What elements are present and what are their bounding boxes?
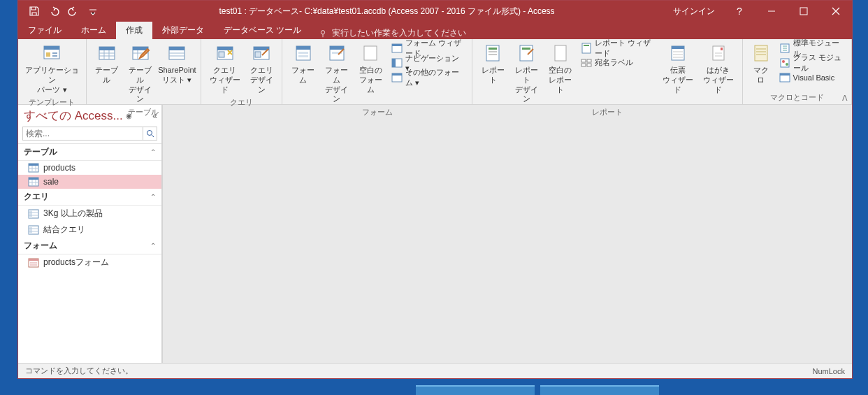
query-object-icon <box>28 209 39 219</box>
group-templates-label: テンプレート <box>22 96 82 109</box>
statusbar: コマンドを入力してください。 NumLock <box>18 363 852 378</box>
form-label: フォーム <box>289 66 316 85</box>
window-controls: サインイン ? <box>665 1 852 22</box>
svg-rect-4 <box>46 52 50 57</box>
nav-item-products[interactable]: products <box>18 161 161 175</box>
svg-rect-35 <box>489 51 497 52</box>
svg-rect-15 <box>219 52 224 57</box>
tab-file[interactable]: ファイル <box>18 22 71 39</box>
hagaki-wizard-button[interactable]: はがき ウィザード <box>699 41 738 96</box>
svg-rect-14 <box>217 47 233 50</box>
svg-rect-45 <box>587 64 591 66</box>
std-module-icon <box>779 43 790 54</box>
nav-item-sale[interactable]: sale <box>18 175 161 189</box>
save-button[interactable] <box>25 2 43 20</box>
form-object-icon <box>28 258 39 268</box>
macro-icon <box>750 42 772 64</box>
labels-icon <box>581 57 592 69</box>
svg-rect-34 <box>489 48 497 50</box>
report-design-icon <box>515 42 537 64</box>
chevron-up-icon: ⌃ <box>150 193 156 201</box>
nav-item-f1[interactable]: productsフォーム <box>18 254 161 271</box>
quick-access-toolbar <box>18 2 109 20</box>
svg-rect-39 <box>555 45 566 61</box>
application-parts-button[interactable]: アプリケーション パーツ ▾ <box>22 41 82 96</box>
minimize-button[interactable] <box>755 1 788 22</box>
qat-customize-button[interactable] <box>84 2 102 20</box>
tab-home[interactable]: ホーム <box>71 22 116 39</box>
nav-category-queries[interactable]: クエリ⌃ <box>18 189 161 206</box>
svg-rect-68 <box>30 262 37 264</box>
nav-item-label: 結合クエリ <box>43 224 85 236</box>
class-module-button[interactable]: クラス モジュール <box>776 55 847 70</box>
visual-basic-button[interactable]: Visual Basic <box>776 70 847 85</box>
redo-button[interactable] <box>64 2 82 20</box>
group-macros: マクロ 標準モジュール クラス モジュール Visual Basic マクロとコ… <box>743 39 852 104</box>
ribbon-collapse-button[interactable]: ᐱ <box>842 94 848 103</box>
sharepoint-lists-button[interactable]: SharePoint リスト ▾ <box>158 41 196 87</box>
table-design-button[interactable]: テーブル デザイン <box>124 41 157 106</box>
group-templates: アプリケーション パーツ ▾ テンプレート <box>18 39 87 104</box>
labels-label: 宛名ラベル <box>595 57 633 68</box>
svg-rect-21 <box>298 52 308 54</box>
tab-database-tools[interactable]: データベース ツール <box>214 22 311 39</box>
svg-point-54 <box>786 63 788 66</box>
svg-rect-18 <box>255 52 261 57</box>
svg-rect-8 <box>99 47 115 50</box>
search-icon[interactable] <box>143 127 157 141</box>
svg-rect-52 <box>781 59 789 67</box>
nav-category-tables[interactable]: テーブル⌃ <box>18 144 161 161</box>
nav-item-q1[interactable]: 3Kg 以上の製品 <box>18 206 161 222</box>
query-design-button[interactable]: クエリ デザイン <box>245 41 277 96</box>
titlebar: test01 : データベース- C:¥data¥test01.accdb (A… <box>18 1 852 22</box>
form-button[interactable]: フォーム <box>287 41 319 87</box>
nav-category-tables-label: テーブル <box>24 146 57 158</box>
form-design-button[interactable]: フォーム デザイン <box>321 41 353 106</box>
app-window: test01 : データベース- C:¥data¥test01.accdb (A… <box>17 0 853 379</box>
table-object-icon <box>28 177 39 187</box>
report-wizard-button[interactable]: レポート ウィザード <box>578 41 657 55</box>
navigation-icon <box>391 57 403 69</box>
svg-rect-22 <box>298 55 308 57</box>
labels-button[interactable]: 宛名ラベル <box>578 55 657 70</box>
tab-create[interactable]: 作成 <box>116 22 152 39</box>
more-forms-icon <box>391 72 403 83</box>
blank-report-icon <box>549 42 572 64</box>
nav-item-label: 3Kg 以上の製品 <box>43 208 103 220</box>
nav-category-forms[interactable]: フォーム⌃ <box>18 238 161 254</box>
form-design-label: フォーム デザイン <box>324 66 350 104</box>
report-design-button[interactable]: レポート デザイン <box>510 41 542 106</box>
svg-rect-50 <box>755 45 767 61</box>
table-button[interactable]: テーブル <box>91 41 123 87</box>
undo-button[interactable] <box>45 2 63 20</box>
maximize-button[interactable] <box>788 1 820 22</box>
macro-button[interactable]: マクロ <box>747 41 775 87</box>
denpyo-wizard-button[interactable]: 伝票 ウィザード <box>658 41 697 96</box>
group-queries-label: クエリ <box>205 96 278 109</box>
group-forms-label: フォーム <box>287 106 468 119</box>
svg-rect-24 <box>330 46 344 50</box>
blank-form-button[interactable]: 空白の フォーム <box>354 41 386 96</box>
query-wizard-button[interactable]: クエリ ウィザード <box>205 41 245 96</box>
more-forms-label: その他のフォーム ▾ <box>405 67 465 88</box>
nav-item-q2[interactable]: 結合クエリ <box>18 222 161 238</box>
svg-rect-49 <box>721 48 723 50</box>
chevron-up-icon: ⌃ <box>150 148 156 156</box>
group-forms: フォーム フォーム デザイン 空白の フォーム フォーム ウィザード ナビゲーシ… <box>282 39 472 104</box>
tab-external-data[interactable]: 外部データ <box>152 22 214 39</box>
blank-report-button[interactable]: 空白の レポート <box>544 41 576 96</box>
help-button[interactable]: ? <box>723 1 755 22</box>
svg-rect-42 <box>581 59 586 62</box>
nav-item-label: products <box>43 163 75 173</box>
nav-search-input[interactable] <box>22 127 143 141</box>
sharepoint-label: SharePoint リスト ▾ <box>158 66 196 85</box>
more-forms-button[interactable]: その他のフォーム ▾ <box>389 70 468 85</box>
table-design-icon <box>129 42 152 64</box>
group-macros-label: マクロとコード <box>747 91 847 104</box>
hagaki-label: はがき ウィザード <box>702 66 735 94</box>
form-icon <box>292 42 314 64</box>
svg-rect-28 <box>392 44 402 46</box>
close-button[interactable] <box>820 1 852 22</box>
signin-button[interactable]: サインイン <box>665 6 723 17</box>
report-button[interactable]: レポート <box>477 41 509 87</box>
